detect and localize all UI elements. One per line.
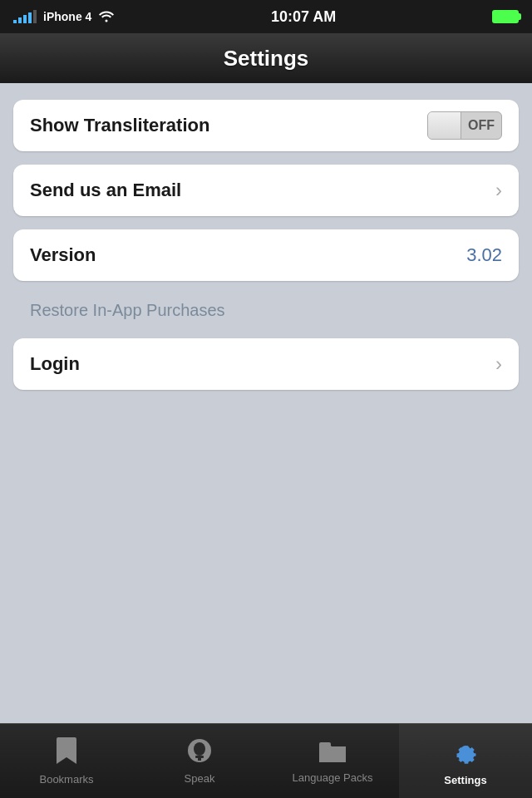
login-group: Login › [13,338,519,390]
nav-bar: Settings [0,33,532,83]
wifi-icon [98,9,115,25]
tab-bookmarks[interactable]: Bookmarks [0,724,133,798]
status-bar: iPhone 4 10:07 AM [0,0,532,33]
toggle-thumb [428,112,461,139]
login-chevron-icon: › [495,352,502,376]
email-chevron-icon: › [495,179,502,202]
svg-point-1 [194,742,205,756]
email-label: Send us an Email [30,180,181,201]
transliteration-row: Show Transliteration OFF [13,100,519,151]
email-row[interactable]: Send us an Email › [13,165,519,216]
transliteration-label: Show Transliteration [30,115,209,136]
login-row-right: › [495,352,502,376]
version-value: 3.02 [466,244,502,266]
battery-icon [492,10,519,23]
status-time: 10:07 AM [271,8,336,26]
version-label: Version [30,244,96,266]
svg-rect-4 [319,742,331,746]
settings-gear-icon [451,736,480,771]
tab-bar: Bookmarks Speak Language Packs [0,723,532,798]
restore-purchases-header[interactable]: Restore In-App Purchases [13,294,519,325]
transliteration-group: Show Transliteration OFF [13,100,519,151]
bookmarks-icon [55,737,78,770]
signal-bars [13,10,37,23]
language-packs-icon [319,739,346,768]
version-row-right: 3.02 [466,244,502,266]
status-left: iPhone 4 [13,9,115,25]
tab-language-packs[interactable]: Language Packs [266,724,399,798]
status-right [492,10,519,23]
email-row-right: › [495,179,502,202]
carrier-text: iPhone 4 [43,10,91,23]
login-row[interactable]: Login › [13,338,519,390]
login-label: Login [30,353,80,375]
email-group: Send us an Email › [13,165,519,216]
speak-icon [187,738,212,769]
speak-tab-label: Speak [185,772,215,785]
settings-tab-label: Settings [444,774,486,786]
language-packs-tab-label: Language Packs [293,771,373,784]
main-content: Show Transliteration OFF Send us an Emai… [0,83,532,406]
nav-title: Settings [224,46,309,71]
toggle-off-label: OFF [468,118,495,133]
version-group: Version 3.02 [13,229,519,281]
tab-speak[interactable]: Speak [133,724,266,798]
svg-rect-2 [195,756,204,758]
bookmarks-tab-label: Bookmarks [39,773,93,786]
transliteration-toggle[interactable]: OFF [427,111,502,140]
version-row: Version 3.02 [13,229,519,281]
tab-settings[interactable]: Settings [399,724,532,798]
svg-rect-3 [198,758,201,761]
